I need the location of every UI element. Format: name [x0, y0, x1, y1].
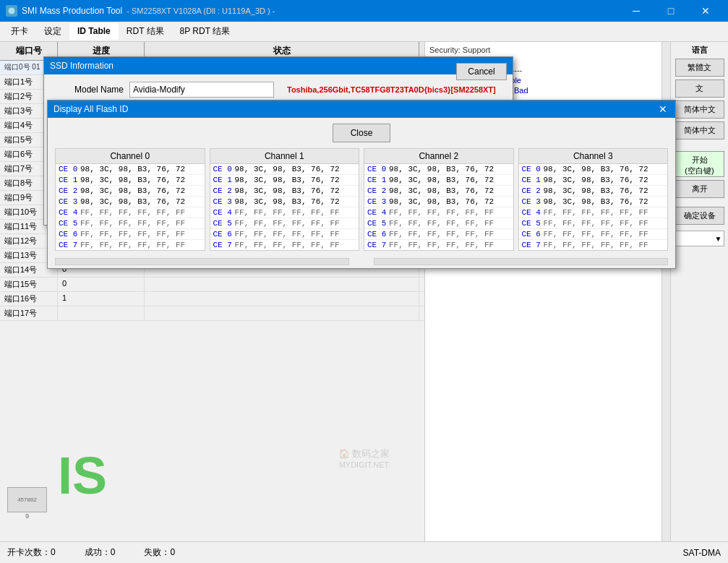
info-line: Security: Support	[428, 45, 667, 55]
ce-row: CE 398, 3C, 98, B3, 76, 72	[210, 197, 359, 207]
ce-row: CE 4FF, FF, FF, FF, FF, FF	[519, 207, 668, 218]
ce-row: CE 5FF, FF, FF, FF, FF, FF	[210, 218, 359, 229]
ce-row: CE 198, 3C, 98, B3, 76, 72	[364, 175, 513, 186]
ce-row: CE 4FF, FF, FF, FF, FF, FF	[56, 207, 205, 218]
menu-settings[interactable]: 设定	[36, 22, 69, 40]
channel-grid: Channel 0 CE 098, 3C, 98, B3, 76, 72 CE …	[48, 148, 675, 258]
menu-rdt-result[interactable]: RDT 结果	[119, 22, 172, 40]
channel-3-col: Channel 3 CE 098, 3C, 98, B3, 76, 72 CE …	[518, 148, 669, 251]
menu-bar: 开卡 设定 ID Table RDT 结果 8P RDT 结果	[0, 22, 728, 42]
ce-row: CE 298, 3C, 98, B3, 76, 72	[519, 186, 668, 197]
ce-row: CE 6FF, FF, FF, FF, FF, FF	[519, 229, 668, 240]
channel-0-header: Channel 0	[56, 149, 205, 164]
ce-row: CE 7FF, FF, FF, FF, FF, FF	[210, 240, 359, 250]
ce-row: CE 098, 3C, 98, B3, 76, 72	[364, 164, 513, 175]
ce-row: CE 7FF, FF, FF, FF, FF, FF	[519, 240, 668, 250]
chevron-down-icon: ▼	[715, 235, 722, 243]
ce-row: CE 298, 3C, 98, B3, 76, 72	[210, 186, 359, 197]
lang-label: 语言	[692, 45, 708, 56]
cancel-button[interactable]: Cancel	[456, 63, 507, 80]
maximize-button[interactable]: □	[654, 0, 688, 22]
status-bar: 开卡次数：0 成功：0 失败：0 SAT-DMA	[0, 541, 728, 563]
ssd-title-label: SSD Information	[50, 61, 114, 71]
fail-count: 失败：0	[144, 546, 175, 559]
ce-row: CE 7FF, FF, FF, FF, FF, FF	[56, 240, 205, 250]
channel-2-header: Channel 2	[364, 149, 513, 164]
channel-1-col: Channel 1 CE 098, 3C, 98, B3, 76, 72 CE …	[210, 148, 360, 251]
ce-row: CE 398, 3C, 98, B3, 76, 72	[519, 197, 668, 207]
ce-row: CE 7FF, FF, FF, FF, FF, FF	[364, 240, 513, 250]
app-subtitle: - SM2258XT V1028A (Dll : U1119A_3D ) -	[127, 7, 275, 15]
ce-row: CE 298, 3C, 98, B3, 76, 72	[364, 186, 513, 197]
app-title: SMI Mass Production Tool	[22, 6, 122, 16]
flash-dialog-title: Display All Flash ID ✕	[48, 100, 675, 118]
open-count: 开卡次数：0	[7, 546, 56, 559]
channel-3-header: Channel 3	[519, 149, 668, 164]
ce-row: CE 398, 3C, 98, B3, 76, 72	[56, 197, 205, 207]
app-icon	[6, 5, 17, 17]
success-count: 成功：0	[85, 546, 116, 559]
ce-row: CE 4FF, FF, FF, FF, FF, FF	[364, 207, 513, 218]
flash-id-dialog: Display All Flash ID ✕ Close Channel 0 C…	[47, 100, 676, 269]
channel-2-col: Channel 2 CE 098, 3C, 98, B3, 76, 72 CE …	[364, 148, 514, 251]
ce-row: CE 4FF, FF, FF, FF, FF, FF	[210, 207, 359, 218]
ce-row: CE 098, 3C, 98, B3, 76, 72	[519, 164, 668, 175]
btn-cjk[interactable]: 文	[675, 79, 724, 98]
ce-row: CE 198, 3C, 98, B3, 76, 72	[210, 175, 359, 186]
model-input[interactable]	[129, 82, 274, 98]
ce-row: CE 5FF, FF, FF, FF, FF, FF	[519, 218, 668, 229]
device-confirm-button[interactable]: 确定设备	[675, 207, 724, 225]
model-label: Model Name	[51, 85, 124, 95]
ce-row: CE 198, 3C, 98, B3, 76, 72	[519, 175, 668, 186]
ce-row: CE 5FF, FF, FF, FF, FF, FF	[364, 218, 513, 229]
close-button[interactable]: ✕	[689, 0, 722, 22]
menu-open-card[interactable]: 开卡	[3, 22, 36, 40]
ce-row: CE 098, 3C, 98, B3, 76, 72	[56, 164, 205, 175]
minimize-button[interactable]: ─	[620, 0, 653, 22]
btn-traditional[interactable]: 繁體文	[675, 59, 724, 77]
scroll-bar-2[interactable]	[374, 258, 668, 265]
ce-row: CE 6FF, FF, FF, FF, FF, FF	[364, 229, 513, 240]
channel-1-header: Channel 1	[210, 149, 359, 164]
flash-dialog-close-x[interactable]: ✕	[656, 103, 669, 116]
flash-info-text: Toshiba,256Gbit,TC58TFG8T23TA0D{bics3}[S…	[287, 85, 496, 94]
scroll-bar-1[interactable]	[55, 258, 349, 265]
thumb-label: 457862 9	[7, 487, 47, 520]
start-button[interactable]: 开始(空白键)	[675, 151, 724, 177]
right-sidebar: 语言 繁體文 文 简体中文 简体中文 开始(空白键) 离开 确定设备 ▼	[670, 42, 728, 541]
window-controls: ─ □ ✕	[620, 0, 722, 22]
ce-row: CE 6FF, FF, FF, FF, FF, FF	[56, 229, 205, 240]
device-dropdown[interactable]: ▼	[675, 231, 724, 246]
ce-row: CE 6FF, FF, FF, FF, FF, FF	[210, 229, 359, 240]
svg-point-0	[8, 7, 15, 14]
ce-row: CE 5FF, FF, FF, FF, FF, FF	[56, 218, 205, 229]
bottom-thumbnails: 457862 9	[7, 487, 47, 520]
ssd-dialog-title: SSD Information ✕	[44, 57, 513, 74]
ce-row: CE 198, 3C, 98, B3, 76, 72	[56, 175, 205, 186]
ce-row: CE 298, 3C, 98, B3, 76, 72	[56, 186, 205, 197]
sat-dma-label: SAT-DMA	[683, 548, 721, 558]
btn-simplified-2[interactable]: 简体中文	[675, 121, 724, 139]
flash-close-button[interactable]: Close	[333, 124, 390, 142]
model-row: Model Name Toshiba,256Gbit,TC58TFG8T23TA…	[51, 82, 505, 98]
btn-simplified-1[interactable]: 简体中文	[675, 100, 724, 119]
leave-button[interactable]: 离开	[675, 180, 724, 198]
ce-row: CE 398, 3C, 98, B3, 76, 72	[364, 197, 513, 207]
ce-row: CE 098, 3C, 98, B3, 76, 72	[210, 164, 359, 175]
flash-scroll-area	[48, 258, 675, 268]
channel-0-col: Channel 0 CE 098, 3C, 98, B3, 76, 72 CE …	[55, 148, 205, 251]
flash-title-label: Display All Flash ID	[53, 104, 128, 114]
title-bar: SMI Mass Production Tool - SM2258XT V102…	[0, 0, 728, 22]
main-content: 端口号 进度 状态 容量 序号 Flash号码 端口0号 01 Ready（FW…	[0, 42, 728, 541]
menu-id-table[interactable]: ID Table	[69, 23, 119, 40]
menu-8p-rdt[interactable]: 8P RDT 结果	[172, 22, 239, 40]
